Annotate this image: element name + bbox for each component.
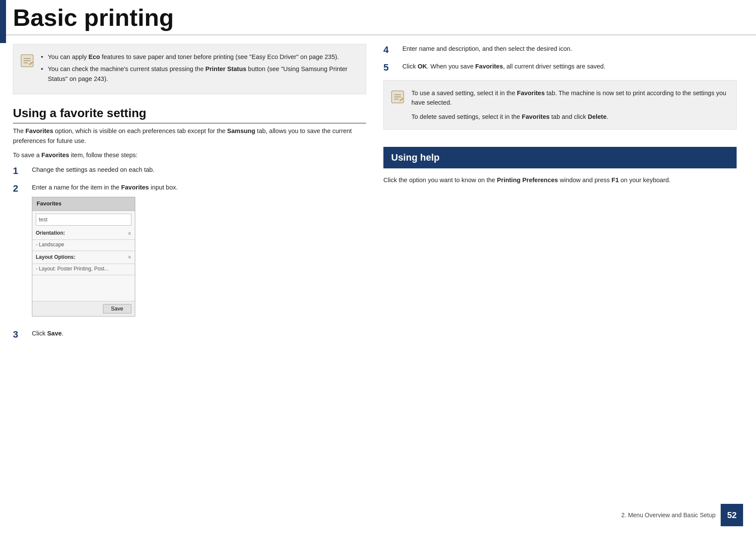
step-1-content: Change the settings as needed on each ta… bbox=[32, 165, 366, 175]
note-icon-2 bbox=[390, 89, 405, 105]
fav-sub-landscape: - Landscape bbox=[32, 240, 135, 251]
note-text-2: To use a saved setting, select it in the… bbox=[411, 88, 728, 121]
fav-save-button[interactable]: Save bbox=[103, 304, 132, 314]
note-icon bbox=[19, 53, 35, 68]
note-box-2: To use a saved setting, select it in the… bbox=[383, 80, 737, 130]
using-help-body: Click the option you want to know on the… bbox=[383, 175, 737, 185]
step-2-number: 2 bbox=[13, 183, 32, 194]
step-4-number: 4 bbox=[383, 44, 402, 56]
blue-accent-bar bbox=[0, 0, 6, 43]
intro-p1: The Favorites option, which is visible o… bbox=[13, 126, 366, 146]
step-4-content: Enter name and description, and then sel… bbox=[402, 44, 737, 54]
fav-row-orientation: Orientation: × bbox=[32, 227, 135, 240]
step-5-content: Click OK. When you save Favorites, all c… bbox=[402, 62, 737, 71]
page-title: Basic printing bbox=[13, 4, 756, 31]
note-text: You can apply Eco features to save paper… bbox=[41, 52, 358, 86]
footer: 2. Menu Overview and Basic Setup 52 bbox=[621, 504, 743, 526]
fav-input[interactable]: test bbox=[36, 214, 131, 226]
step-1-number: 1 bbox=[13, 165, 32, 177]
step-3: 3 Click Save. bbox=[13, 329, 366, 340]
page: Basic printing You can apply Ec bbox=[0, 0, 756, 534]
fav-title-bar: Favorites bbox=[32, 197, 135, 211]
using-help-heading: Using help bbox=[383, 147, 737, 168]
step-1: 1 Change the settings as needed on each … bbox=[13, 165, 366, 177]
step-3-number: 3 bbox=[13, 329, 32, 340]
using-help-section: Using help Click the option you want to … bbox=[383, 147, 737, 185]
fav-row-label-orientation: Orientation: bbox=[36, 229, 65, 237]
fav-row-layout: Layout Options: × bbox=[32, 251, 135, 264]
fav-row-label-layout: Layout Options: bbox=[36, 253, 75, 261]
intro-p2: To save a Favorites item, follow these s… bbox=[13, 150, 366, 160]
fav-empty-area bbox=[32, 275, 135, 301]
footer-text: 2. Menu Overview and Basic Setup bbox=[621, 512, 716, 518]
right-column: 4 Enter name and description, and then s… bbox=[383, 44, 737, 346]
left-column: You can apply Eco features to save paper… bbox=[13, 44, 366, 346]
note-box: You can apply Eco features to save paper… bbox=[13, 44, 366, 94]
step-2: 2 Enter a name for the item in the Favor… bbox=[13, 183, 366, 323]
content-area: You can apply Eco features to save paper… bbox=[0, 35, 756, 346]
favorites-dialog: Favorites test Orientation: × - Landscap… bbox=[32, 197, 135, 317]
fav-row-x-layout[interactable]: × bbox=[128, 252, 131, 262]
fav-row-x-orientation[interactable]: × bbox=[128, 229, 131, 238]
step-5-number: 5 bbox=[383, 62, 402, 73]
footer-page-number: 52 bbox=[721, 504, 743, 526]
fav-save-row: Save bbox=[32, 301, 135, 316]
note-bullet-2: You can check the machine's current stat… bbox=[41, 64, 358, 84]
title-section: Basic printing bbox=[0, 0, 756, 35]
step-2-content: Enter a name for the item in the Favorit… bbox=[32, 183, 366, 323]
step-3-content: Click Save. bbox=[32, 329, 366, 338]
using-favorite-heading: Using a favorite setting bbox=[13, 106, 366, 124]
fav-sub-layout: - Layout: Poster Printing, Post... bbox=[32, 264, 135, 275]
note-bullet-1: You can apply Eco features to save paper… bbox=[41, 52, 358, 62]
step-4: 4 Enter name and description, and then s… bbox=[383, 44, 737, 56]
step-5: 5 Click OK. When you save Favorites, all… bbox=[383, 62, 737, 73]
